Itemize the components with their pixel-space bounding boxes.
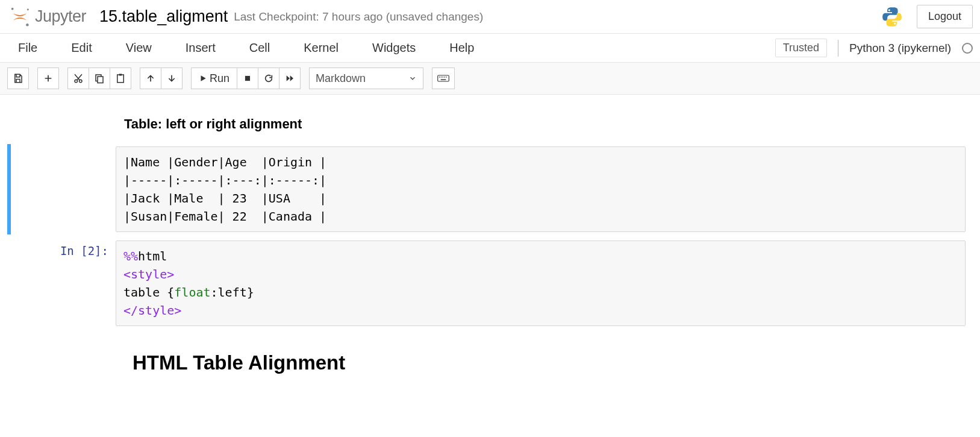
celltype-select[interactable]: Markdown xyxy=(309,68,423,89)
copy-button[interactable] xyxy=(89,68,110,89)
stop-icon xyxy=(243,74,252,83)
arrow-up-icon xyxy=(146,74,155,83)
svg-rect-7 xyxy=(117,75,124,83)
checkpoint-status: Last Checkpoint: 7 hours ago (unsaved ch… xyxy=(234,10,483,24)
move-up-button[interactable] xyxy=(140,68,161,89)
menu-widgets[interactable]: Widgets xyxy=(372,35,432,61)
paste-button[interactable] xyxy=(110,68,131,89)
fast-forward-icon xyxy=(285,74,295,83)
plus-icon xyxy=(43,74,53,83)
menu-cell[interactable]: Cell xyxy=(249,35,287,61)
divider xyxy=(838,40,838,57)
prompt-empty xyxy=(7,335,116,374)
svg-rect-10 xyxy=(438,75,449,81)
command-palette-button[interactable] xyxy=(432,68,455,89)
menubar: File Edit View Insert Cell Kernel Widget… xyxy=(0,34,980,63)
svg-rect-13 xyxy=(443,77,443,77)
kernel-status-icon xyxy=(962,43,973,54)
code-cell[interactable]: In [2]: %%html <style> table {float:left… xyxy=(7,238,973,329)
markdown-heading-cell[interactable]: Table: left or right alignment xyxy=(7,110,973,140)
menu-view[interactable]: View xyxy=(126,35,169,61)
heading-h1: HTML Table Alignment xyxy=(133,351,966,374)
restart-button[interactable] xyxy=(258,68,279,89)
menu-help[interactable]: Help xyxy=(449,35,491,61)
chevron-down-icon xyxy=(408,74,417,83)
celltype-value: Markdown xyxy=(316,72,366,85)
move-down-button[interactable] xyxy=(161,68,183,89)
section-title: Table: left or right alignment xyxy=(124,116,966,132)
markdown-source-cell[interactable]: |Name |Gender|Age |Origin | |-----|:----… xyxy=(7,144,973,234)
save-icon xyxy=(13,73,23,84)
markdown-editor[interactable]: |Name |Gender|Age |Origin | |-----|:----… xyxy=(116,146,966,232)
run-button[interactable]: Run xyxy=(191,68,237,89)
menu-edit[interactable]: Edit xyxy=(71,35,108,61)
keyboard-icon xyxy=(437,74,449,83)
jupyter-icon xyxy=(8,5,31,28)
svg-rect-16 xyxy=(441,79,446,80)
svg-rect-8 xyxy=(119,74,122,76)
svg-rect-9 xyxy=(245,76,250,81)
jupyter-logo-text: Jupyter xyxy=(35,7,86,26)
run-label: Run xyxy=(210,72,229,85)
menu-file[interactable]: File xyxy=(18,35,54,61)
jupyter-logo[interactable]: Jupyter xyxy=(8,5,86,28)
cut-icon xyxy=(73,73,84,84)
menu-insert[interactable]: Insert xyxy=(186,35,233,61)
play-icon xyxy=(199,74,207,83)
svg-rect-6 xyxy=(98,77,103,83)
svg-rect-11 xyxy=(439,77,440,77)
code-editor[interactable]: %%html <style> table {float:left} </styl… xyxy=(116,241,966,326)
notebook-name[interactable]: 15.table_aligment xyxy=(99,7,228,26)
code-prompt: In [2]: xyxy=(7,241,116,326)
svg-rect-14 xyxy=(444,77,445,77)
cut-button[interactable] xyxy=(67,68,89,89)
save-button[interactable] xyxy=(7,68,29,89)
svg-rect-15 xyxy=(446,77,446,77)
svg-point-1 xyxy=(26,24,29,27)
kernel-name[interactable]: Python 3 (ipykernel) xyxy=(849,42,951,55)
notebook-header: Jupyter 15.table_aligment Last Checkpoin… xyxy=(0,0,980,34)
markdown-h1-cell[interactable]: HTML Table Alignment xyxy=(7,332,973,377)
insert-cell-button[interactable] xyxy=(37,68,59,89)
trusted-indicator[interactable]: Trusted xyxy=(775,39,827,57)
svg-point-2 xyxy=(27,8,29,10)
interrupt-button[interactable] xyxy=(237,68,258,89)
prompt-empty xyxy=(7,113,116,138)
svg-rect-12 xyxy=(441,77,442,77)
svg-point-0 xyxy=(11,7,14,10)
paste-icon xyxy=(115,73,126,84)
python-icon xyxy=(881,5,904,28)
menu-kernel[interactable]: Kernel xyxy=(304,35,355,61)
restart-run-all-button[interactable] xyxy=(279,68,301,89)
copy-icon xyxy=(94,73,105,84)
notebook-container: Table: left or right alignment |Name |Ge… xyxy=(0,95,980,404)
logout-button[interactable]: Logout xyxy=(917,5,973,28)
arrow-down-icon xyxy=(167,74,176,83)
prompt-empty xyxy=(11,146,116,232)
toolbar: Run Markdown xyxy=(0,63,980,95)
restart-icon xyxy=(264,74,273,83)
